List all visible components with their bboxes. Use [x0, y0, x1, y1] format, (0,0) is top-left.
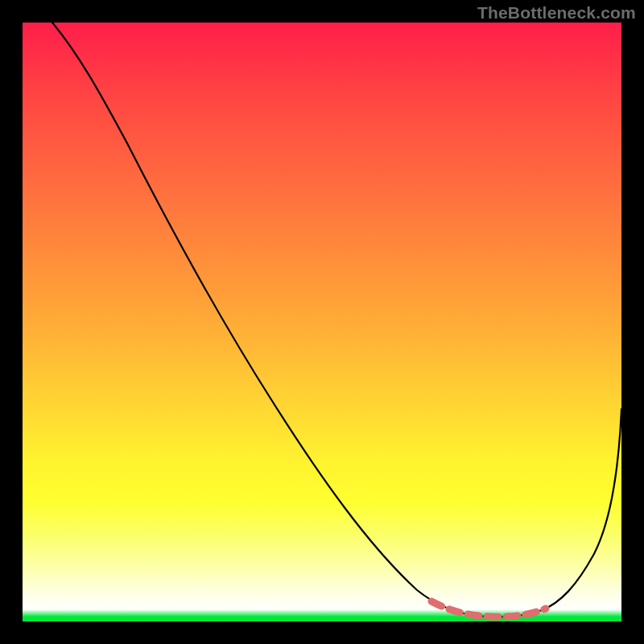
minimum-band-highlight	[431, 601, 546, 617]
plot-area	[23, 23, 621, 621]
chart-frame: TheBottleneck.com	[0, 0, 644, 644]
bottleneck-curve	[52, 23, 621, 617]
watermark-label: TheBottleneck.com	[477, 3, 636, 23]
curve-svg	[23, 23, 621, 621]
